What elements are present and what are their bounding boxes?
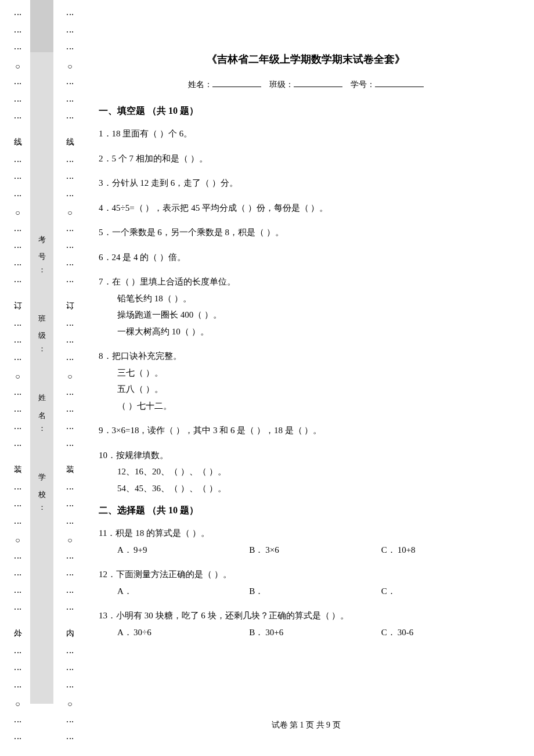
- binding-gray-mid: 考号： 班级： 姓名： 学校：: [30, 52, 53, 704]
- page-footer: 试卷 第 1 页 共 9 页: [99, 720, 513, 730]
- question-7-stem: 7．在（ ）里填上合适的长度单位。: [99, 273, 513, 290]
- question-10-stem: 10．按规律填数。: [99, 447, 513, 464]
- question-11: 11．积是 18 的算式是（ ）。 A．9+9 B．3×6 C．10+8: [99, 525, 513, 558]
- binding-gray-bottom: [30, 0, 53, 52]
- question-12: 12．下面测量方法正确的是（ ）。 A． B． C．: [99, 566, 513, 599]
- question-8-a: 三七（ ）。: [117, 365, 513, 381]
- question-10: 10．按规律填数。 12、16、20、（ ）、（ ）。 54、45、36、（ ）…: [99, 447, 513, 497]
- question-8-c: （ ）七十二。: [117, 398, 513, 415]
- question-7-c: 一棵大树高约 10（ ）。: [117, 323, 513, 340]
- question-3: 3．分针从 12 走到 6，走了（ ）分。: [99, 175, 513, 192]
- question-2: 2．5 个 7 相加的和是（ ）。: [99, 150, 513, 167]
- question-8-stem: 8．把口诀补充完整。: [99, 348, 513, 365]
- binding-field-labels: 考号： 班级： 姓名： 学校：: [37, 229, 47, 527]
- question-11-option-a: A．9+9: [117, 542, 249, 559]
- section-1-heading: 一、填空题 （共 10 题）: [99, 105, 513, 117]
- name-label: 姓名：: [188, 80, 212, 89]
- question-13: 13．小明有 30 块糖，吃了 6 块，还剩几块？正确的算式是（ ）。 A．30…: [99, 607, 513, 640]
- question-13-option-c: C．30-6: [381, 624, 513, 641]
- name-blank[interactable]: [212, 79, 261, 87]
- question-7-a: 铅笔长约 18（ ）。: [117, 290, 513, 307]
- number-blank[interactable]: [375, 79, 424, 87]
- question-13-option-a: A．30÷6: [117, 624, 249, 641]
- question-13-stem: 13．小明有 30 块糖，吃了 6 块，还剩几块？正确的算式是（ ）。: [99, 607, 513, 624]
- question-4: 4．45÷5=（ ），表示把 45 平均分成（ ）份，每份是（ ）。: [99, 200, 513, 217]
- class-blank[interactable]: [294, 79, 342, 87]
- class-label: 班级：: [269, 80, 294, 89]
- question-10-a: 12、16、20、（ ）、（ ）。: [117, 463, 513, 480]
- question-8: 8．把口诀补充完整。 三七（ ）。 五八（ ）。 （ ）七十二。: [99, 348, 513, 414]
- question-13-option-b: B．30+6: [249, 624, 381, 641]
- binding-outer-column: ⋮ ⋮ ⋮ ○ ⋮ ⋮ ⋮ 线 ⋮ ⋮ ⋮ ⋮ ○ ⋮ ⋮ ⋮ ⋮ 订 ⋮ ⋮ …: [10, 0, 24, 756]
- question-7: 7．在（ ）里填上合适的长度单位。 铅笔长约 18（ ）。 操场跑道一圈长 40…: [99, 273, 513, 340]
- question-12-option-b: B．: [249, 583, 381, 600]
- question-7-b: 操场跑道一圈长 400（ ）。: [117, 307, 513, 323]
- question-11-stem: 11．积是 18 的算式是（ ）。: [99, 525, 513, 542]
- student-id-line: 姓名： 班级： 学号：: [99, 79, 513, 90]
- question-12-stem: 12．下面测量方法正确的是（ ）。: [99, 566, 513, 583]
- question-6: 6．24 是 4 的（ ）倍。: [99, 249, 513, 266]
- question-1: 1．18 里面有（ ）个 6。: [99, 125, 513, 142]
- section-2-heading: 二、选择题 （共 10 题）: [99, 505, 513, 517]
- question-10-b: 54、45、36、（ ）、（ ）。: [117, 480, 513, 497]
- question-9: 9．3×6=18，读作（ ），其中 3 和 6 是（ ），18 是（ ）。: [99, 422, 513, 439]
- question-12-option-a: A．: [117, 583, 249, 600]
- question-12-option-c: C．: [381, 583, 513, 600]
- exam-content: 《吉林省二年级上学期数学期末试卷全套》 姓名： 班级： 学号： 一、填空题 （共…: [99, 52, 513, 649]
- question-5: 5．一个乘数是 6，另一个乘数是 8，积是（ ）。: [99, 224, 513, 241]
- question-8-b: 五八（ ）。: [117, 381, 513, 398]
- binding-inner-column: ⋮ ⋮ ⋮ ○ ⋮ ⋮ ⋮ 线 ⋮ ⋮ ⋮ ⋮ ○ ⋮ ⋮ ⋮ ⋮ 订 ⋮ ⋮ …: [63, 0, 77, 756]
- exam-title: 《吉林省二年级上学期数学期末试卷全套》: [99, 52, 513, 66]
- number-label: 学号：: [351, 80, 375, 89]
- question-11-option-c: C．10+8: [381, 542, 513, 559]
- question-11-option-b: B．3×6: [249, 542, 381, 559]
